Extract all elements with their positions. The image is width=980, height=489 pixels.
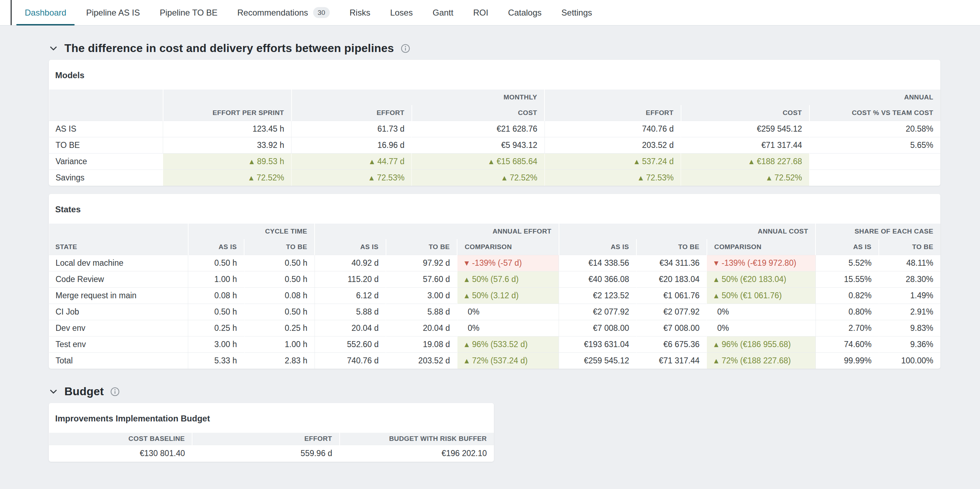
cost-comparison-value: 0% (707, 320, 816, 336)
nav-tab-badge: 30 (313, 7, 330, 18)
states-header-cycle-to-be: TO BE (244, 239, 315, 255)
monthly-cost-value: €15 685.64 (412, 153, 544, 169)
share-to-be-value: 9.36% (879, 336, 940, 352)
cycle-as-is-value: 0.50 h (188, 304, 245, 320)
nav-tab[interactable]: Catalogs (498, 0, 552, 25)
monthly-effort-value: 16.96 d (291, 137, 412, 153)
monthly-cost-value: €5 943.12 (412, 137, 544, 153)
nav-tab[interactable]: Recommendations 30 (228, 0, 340, 25)
state-name: CI Job (49, 304, 188, 320)
nav-tab-label: Loses (390, 8, 413, 18)
effort-to-be-value: 20.04 d (386, 320, 457, 336)
nav-tab[interactable]: Loses (380, 0, 423, 25)
chevron-down-icon[interactable] (49, 44, 58, 53)
nav-tab[interactable]: Gantt (423, 0, 463, 25)
share-as-is-value: 99.99% (816, 352, 879, 369)
nav-tab[interactable]: Pipeline TO BE (150, 0, 228, 25)
nav-tab[interactable]: ROI (463, 0, 498, 25)
nav-tab-label: Dashboard (25, 8, 66, 18)
effort-per-sprint-value: 123.45 h (163, 121, 291, 137)
effort-comparison-value: 72% (537.24 d) (457, 352, 558, 369)
cost-comparison-value: 96% (€186 955.68) (707, 336, 816, 352)
nav-tab-label: Recommendations (237, 8, 308, 18)
cycle-as-is-value: 0.25 h (188, 320, 245, 336)
monthly-cost-value: 72.52% (412, 169, 544, 186)
group-header-annual: ANNUAL (544, 89, 940, 105)
nav-tab[interactable]: Risks (340, 0, 380, 25)
effort-comparison-value: 0% (457, 320, 558, 336)
cost-as-is-value: €2 077.92 (559, 304, 636, 320)
models-header-annual-cost: COST (681, 105, 810, 121)
effort-to-be-value: 97.92 d (386, 255, 457, 271)
info-icon[interactable] (401, 43, 410, 53)
trend-arrow-icon (639, 174, 643, 181)
effort-to-be-value: 3.00 d (386, 287, 457, 304)
budget-card-title: Improvements Implementation Budget (49, 403, 494, 433)
states-header-cost-as-is: AS IS (559, 239, 636, 255)
models-group-header-row: MONTHLY ANNUAL (49, 89, 941, 105)
effort-to-be-value: 203.52 d (386, 352, 457, 369)
cost-as-is-value: €40 366.08 (559, 271, 636, 287)
trend-arrow-icon (249, 174, 253, 181)
cost-comparison-value: 72% (€188 227.68) (707, 352, 816, 369)
effort-as-is-value: 740.76 d (315, 352, 386, 369)
states-header-effort-to-be: TO BE (386, 239, 457, 255)
trend-arrow-icon (489, 158, 493, 165)
states-header-cost-comparison: COMPARISON (707, 239, 816, 255)
top-nav: Dashboard Pipeline AS IS Pipeline TO BE … (0, 0, 980, 25)
models-row: Variance 89.53 h 44.77 d €15 685.64 537.… (49, 153, 941, 169)
budget-table: COST BASELINE EFFORT BUDGET WITH RISK BU… (49, 433, 494, 462)
share-to-be-value: 100.00% (879, 352, 940, 369)
chevron-down-icon[interactable] (49, 387, 58, 396)
cost-as-is-value: €2 123.52 (559, 287, 636, 304)
states-row: CI Job 0.50 h 0.50 h 5.88 d 5.88 d 0% €2… (49, 304, 941, 320)
states-column-header-row: STATE AS IS TO BE AS IS TO BE COMPARISON… (49, 239, 941, 255)
cost-pct-value: 20.58% (810, 121, 940, 137)
cycle-as-is-value: 0.08 h (188, 287, 245, 304)
cost-as-is-value: €7 008.00 (559, 320, 636, 336)
states-row: Code Review 1.00 h 0.50 h 115.20 d 57.60… (49, 271, 941, 287)
models-header-annual-effort: EFFORT (544, 105, 681, 121)
effort-as-is-value: 20.04 d (315, 320, 386, 336)
nav-tab[interactable]: Settings (552, 0, 602, 25)
cost-as-is-value: €259 545.12 (559, 352, 636, 369)
effort-comparison-value: 50% (3.12 d) (457, 287, 558, 304)
cycle-to-be-value: 0.08 h (244, 287, 315, 304)
states-header-cost-to-be: TO BE (636, 239, 707, 255)
effort-comparison-value: 0% (457, 304, 558, 320)
states-row: Merge request in main 0.08 h 0.08 h 6.12… (49, 287, 941, 304)
nav-tab-label: Pipeline TO BE (160, 8, 218, 18)
trend-arrow-icon (465, 357, 469, 364)
annual-cost-value: €71 317.44 (681, 137, 810, 153)
models-row-label: Variance (49, 153, 163, 169)
states-row: Dev env 0.25 h 0.25 h 20.04 d 20.04 d 0%… (49, 320, 941, 336)
models-group-header-empty (49, 89, 163, 105)
nav-tab[interactable]: Pipeline AS IS (76, 0, 150, 25)
cycle-as-is-value: 0.50 h (188, 255, 245, 271)
models-row: AS IS 123.45 h 61.73 d €21 628.76 740.76… (49, 121, 941, 137)
share-to-be-value: 2.91% (879, 304, 940, 320)
cost-baseline-value: €130 801.40 (49, 445, 192, 462)
annual-cost-value: €188 227.68 (681, 153, 810, 169)
models-row-label: TO BE (49, 137, 163, 153)
cost-to-be-value: €34 311.36 (636, 255, 707, 271)
info-icon[interactable] (110, 387, 120, 397)
states-header-share-as-is: AS IS (816, 239, 879, 255)
share-to-be-value: 48.11% (879, 255, 940, 271)
budget-card: Improvements Implementation Budget COST … (49, 403, 494, 462)
nav-tab-label: Risks (350, 8, 371, 18)
trend-arrow-icon (465, 292, 469, 299)
state-name: Total (49, 352, 188, 369)
cost-as-is-value: €14 338.56 (559, 255, 636, 271)
annual-cost-value: €259 545.12 (681, 121, 810, 137)
group-header-share: SHARE OF EACH CASE (816, 224, 940, 239)
nav-tab[interactable]: Dashboard (15, 0, 76, 25)
annual-effort-value: 203.52 d (544, 137, 681, 153)
cycle-to-be-value: 2.83 h (244, 352, 315, 369)
state-name: Merge request in main (49, 287, 188, 304)
group-header-annual-effort: ANNUAL EFFORT (315, 224, 558, 239)
cost-to-be-value: €20 183.04 (636, 271, 707, 287)
models-group-header-spacer (163, 89, 291, 105)
trend-arrow-icon (465, 341, 469, 348)
cost-pct-value (810, 153, 940, 169)
